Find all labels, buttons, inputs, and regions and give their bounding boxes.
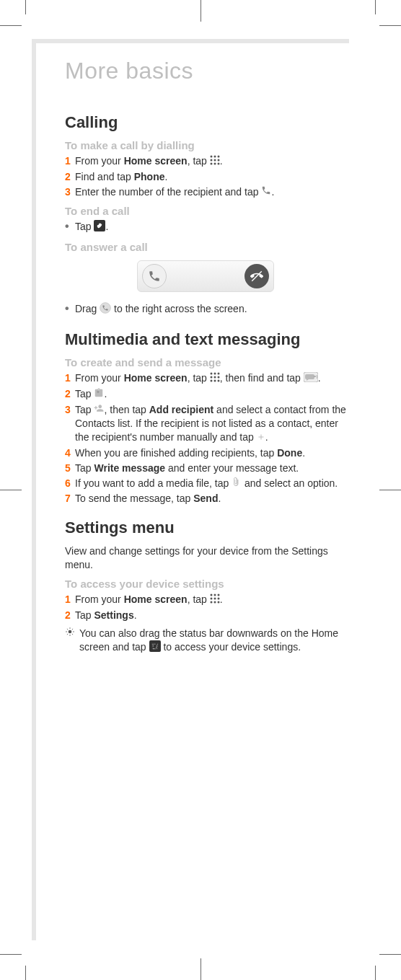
svg-point-27 bbox=[213, 598, 216, 600]
svg-point-16 bbox=[213, 376, 216, 378]
svg-point-29 bbox=[210, 601, 212, 604]
list-item: 7 To send the message, tap Send. bbox=[65, 492, 346, 506]
add-contact-icon bbox=[94, 403, 104, 417]
list-item: 1 From your Home screen, tap . bbox=[65, 154, 346, 169]
svg-point-18 bbox=[210, 379, 212, 381]
answer-call-illustration bbox=[137, 260, 274, 292]
attachment-icon bbox=[232, 477, 242, 491]
list-item: 2 Find and tap Phone. bbox=[65, 170, 346, 184]
hint-icon bbox=[65, 627, 79, 655]
list-item: • Drag to the right across the screen. bbox=[65, 302, 346, 317]
svg-point-12 bbox=[210, 372, 212, 374]
apps-grid-icon bbox=[210, 155, 220, 169]
step-text: Drag to the right across the screen. bbox=[75, 302, 346, 317]
svg-text:=): =) bbox=[314, 374, 318, 379]
apps-grid-icon bbox=[210, 593, 220, 607]
step-number: 2 bbox=[65, 609, 75, 622]
svg-point-13 bbox=[213, 372, 216, 374]
bullet: • bbox=[65, 302, 75, 317]
svg-line-38 bbox=[72, 634, 73, 635]
svg-point-6 bbox=[210, 162, 212, 164]
list-item: 5 Tap Write message and enter your messa… bbox=[65, 462, 346, 475]
list-item: 6 If you want to add a media file, tap a… bbox=[65, 477, 346, 491]
list-item: 3 Tap , then tap Add recipient and selec… bbox=[65, 403, 346, 445]
step-number: 7 bbox=[65, 492, 75, 506]
answer-icon bbox=[142, 264, 167, 288]
step-number: 1 bbox=[65, 593, 75, 607]
step-text: Tap . bbox=[75, 387, 346, 402]
tip-text: You can also drag the status bar downwar… bbox=[79, 627, 346, 655]
step-number: 2 bbox=[65, 387, 75, 402]
subheading-access-settings: To access your device settings bbox=[65, 578, 346, 590]
list-item: 1 From your Home screen, tap , then find… bbox=[65, 371, 346, 386]
step-number: 2 bbox=[65, 170, 75, 184]
step-number: 6 bbox=[65, 477, 75, 491]
list-item: 4 When you are finished adding recipient… bbox=[65, 446, 346, 460]
list-item: 1 From your Home screen, tap . bbox=[65, 593, 346, 607]
step-number: 3 bbox=[65, 403, 75, 445]
step-number: 4 bbox=[65, 446, 75, 460]
step-number: 5 bbox=[65, 462, 75, 475]
plus-icon bbox=[257, 431, 265, 445]
step-text: When you are finished adding recipients,… bbox=[75, 446, 346, 460]
list-item: 3 Enter the number of the recipient and … bbox=[65, 185, 346, 200]
list-item: 2 Tap Settings. bbox=[65, 609, 346, 622]
page-content: More basics Calling To make a call by di… bbox=[65, 58, 346, 668]
step-text: Tap . bbox=[75, 220, 346, 235]
step-text: To send the message, tap Send. bbox=[75, 492, 346, 506]
subheading-end-call: To end a call bbox=[65, 205, 346, 217]
heading-settings: Settings menu bbox=[65, 518, 346, 537]
svg-point-3 bbox=[210, 159, 212, 161]
subheading-answer-call: To answer a call bbox=[65, 241, 346, 253]
svg-point-24 bbox=[213, 594, 216, 596]
reject-icon bbox=[244, 264, 269, 288]
step-number: 3 bbox=[65, 185, 75, 200]
svg-point-4 bbox=[213, 159, 216, 161]
svg-point-32 bbox=[69, 630, 72, 633]
heading-calling: Calling bbox=[65, 113, 346, 132]
step-text: From your Home screen, tap . bbox=[75, 593, 346, 607]
svg-point-7 bbox=[213, 162, 216, 164]
step-text: From your Home screen, tap . bbox=[75, 154, 346, 169]
svg-point-15 bbox=[210, 376, 212, 378]
step-text: Find and tap Phone. bbox=[75, 170, 346, 184]
svg-point-19 bbox=[213, 379, 216, 381]
svg-line-37 bbox=[67, 629, 68, 630]
step-text: From your Home screen, tap , then find a… bbox=[75, 371, 346, 386]
svg-point-23 bbox=[210, 594, 212, 596]
svg-point-30 bbox=[213, 601, 216, 604]
quick-settings-icon bbox=[149, 640, 161, 655]
bullet: • bbox=[65, 220, 75, 235]
new-message-icon bbox=[94, 388, 104, 402]
list-item: 2 Tap . bbox=[65, 387, 346, 402]
messaging-app-icon: =) bbox=[304, 372, 318, 386]
step-text: If you want to add a media file, tap and… bbox=[75, 477, 346, 491]
svg-point-26 bbox=[210, 598, 212, 600]
list-item: • Tap . bbox=[65, 220, 346, 235]
svg-point-11 bbox=[100, 303, 111, 314]
drag-handle-icon bbox=[100, 302, 111, 317]
page-title: More basics bbox=[65, 58, 346, 84]
step-text: Tap Settings. bbox=[75, 609, 346, 622]
apps-grid-icon bbox=[210, 372, 220, 386]
subheading-create-message: To create and send a message bbox=[65, 356, 346, 368]
step-number: 1 bbox=[65, 371, 75, 386]
end-call-icon bbox=[94, 220, 105, 235]
tip-note: You can also drag the status bar downwar… bbox=[65, 627, 346, 655]
heading-messaging: Multimedia and text messaging bbox=[65, 330, 346, 349]
settings-intro: View and change settings for your device… bbox=[65, 544, 346, 572]
svg-line-40 bbox=[72, 629, 73, 630]
subheading-dial: To make a call by dialling bbox=[65, 139, 346, 151]
svg-rect-41 bbox=[149, 640, 161, 652]
step-text: Tap , then tap Add recipient and select … bbox=[75, 403, 346, 445]
svg-line-39 bbox=[67, 634, 68, 635]
dial-call-icon bbox=[261, 185, 271, 199]
step-text: Enter the number of the recipient and ta… bbox=[75, 185, 346, 200]
svg-point-0 bbox=[210, 155, 212, 157]
svg-point-1 bbox=[213, 155, 216, 157]
step-number: 1 bbox=[65, 154, 75, 169]
step-text: Tap Write message and enter your message… bbox=[75, 462, 346, 475]
